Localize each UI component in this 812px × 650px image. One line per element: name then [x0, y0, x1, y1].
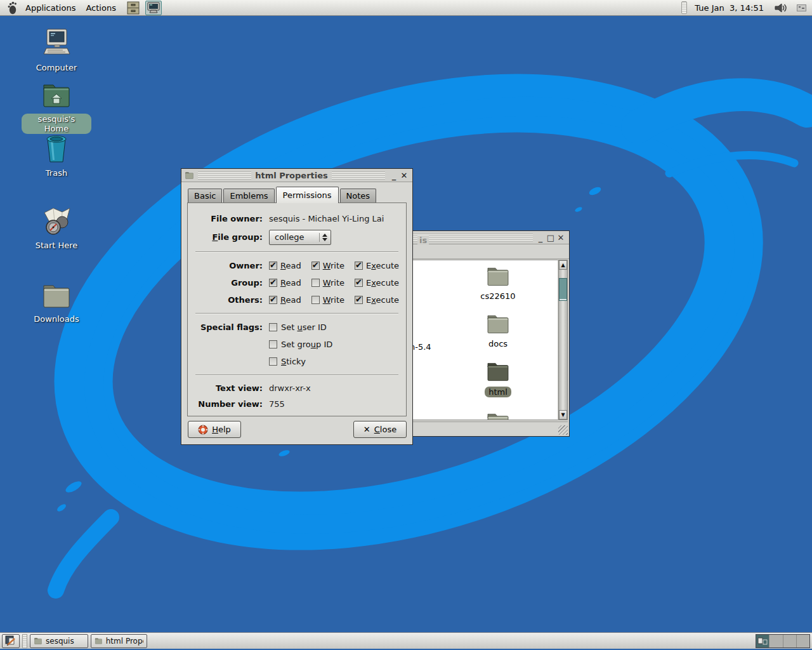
- gnome-foot-icon: [7, 1, 18, 15]
- tab-notes[interactable]: Notes: [340, 189, 377, 202]
- checkbox-others-execute[interactable]: [355, 296, 363, 304]
- menu-actions-label: Actions: [86, 3, 116, 13]
- tab-basic[interactable]: Basic: [188, 189, 222, 202]
- desktop-icon-downloads[interactable]: Downloads: [22, 282, 91, 324]
- desktop-icon-label: Downloads: [31, 314, 81, 324]
- help-button-label: Help: [212, 425, 231, 434]
- workspace-3[interactable]: [783, 635, 797, 647]
- status-applet-icon: [797, 4, 806, 11]
- top-panel: Applications Actions Tue Jan 3, 14:51: [0, 0, 812, 16]
- file-window-title-stripes: is: [400, 234, 533, 242]
- separator: [195, 313, 398, 314]
- text-view-row: Text view: drwxr-xr-x: [188, 380, 406, 396]
- folder-item-partial[interactable]: [460, 411, 536, 420]
- checkbox-group-execute[interactable]: [355, 279, 363, 287]
- write-label: Write: [323, 261, 344, 270]
- tab-permissions[interactable]: Permissions: [276, 187, 339, 203]
- menu-applications[interactable]: Applications: [20, 0, 81, 15]
- scroll-up-button[interactable]: ▲: [559, 260, 567, 270]
- special-flags-label: Special flags:: [188, 319, 263, 332]
- set-user-id-label: Set user ID: [281, 322, 327, 332]
- checkbox-owner-read[interactable]: [269, 262, 277, 270]
- desktop-icon-home[interactable]: sesquis's Home: [22, 82, 91, 134]
- file-group-combobox[interactable]: college: [269, 230, 331, 245]
- file-window-statusbar: [395, 421, 568, 435]
- minimize-button[interactable]: _: [535, 232, 546, 244]
- checkbox-others-read[interactable]: [269, 296, 277, 304]
- checkbox-group-write[interactable]: [311, 279, 320, 287]
- folder-item-cs22610[interactable]: cs22610: [460, 265, 536, 301]
- screenshot-launcher[interactable]: [145, 1, 162, 15]
- maximize-button[interactable]: □: [546, 232, 556, 244]
- menu-actions[interactable]: Actions: [81, 0, 121, 15]
- volume-applet[interactable]: [773, 1, 789, 15]
- checkbox-sticky[interactable]: [269, 357, 277, 366]
- scroll-down-button[interactable]: ▼: [559, 410, 567, 420]
- resize-grip[interactable]: [558, 425, 568, 435]
- file-owner-value: sesquis - Michael Yi-Ling Lai: [269, 214, 406, 223]
- number-view-label: Number view:: [188, 399, 263, 409]
- workspace-1[interactable]: [756, 635, 769, 647]
- close-button[interactable]: ✕ Close: [353, 421, 407, 438]
- checkbox-set-user-id[interactable]: [269, 323, 277, 331]
- file-manager-window: is _ □ ✕ cs22610 docs: [393, 230, 570, 437]
- folder-item-label: html: [485, 387, 511, 397]
- checkbox-others-write[interactable]: [311, 296, 320, 304]
- close-button[interactable]: ✕: [556, 232, 566, 244]
- dialog-tabs: Basic Emblems Permissions Notes: [181, 187, 412, 202]
- file-group-selected-value: college: [275, 232, 319, 242]
- task-button-sesquis[interactable]: sesquis: [30, 634, 88, 648]
- file-window-titlebar[interactable]: is _ □ ✕: [394, 231, 569, 244]
- close-x-icon: ✕: [363, 425, 370, 434]
- task-button-html-properties[interactable]: html Prope: [91, 634, 147, 648]
- titlebar-stripes: [198, 171, 251, 180]
- folder-item-docs[interactable]: docs: [460, 313, 536, 348]
- clock-applet[interactable]: Tue Jan 3, 14:51: [690, 3, 769, 13]
- tasklist-drag-handle[interactable]: [22, 634, 27, 648]
- folder-icon: [485, 265, 511, 288]
- lifebuoy-icon: [198, 425, 208, 435]
- file-group-row: File group: college: [188, 227, 406, 247]
- desktop-icon-label: Trash: [43, 168, 70, 178]
- desktop-icon-trash[interactable]: Trash: [22, 134, 91, 178]
- desktop-icon-label: Start Here: [33, 241, 81, 250]
- folder-icon: [485, 411, 511, 420]
- file-window-content[interactable]: cs22610 docs html n-5.4: [395, 260, 558, 420]
- desktop-icon-label: Computer: [34, 63, 80, 72]
- owner-label: Owner:: [188, 261, 263, 270]
- folder-icon: [485, 313, 511, 336]
- checkbox-group-read[interactable]: [269, 279, 277, 287]
- checkbox-set-group-id[interactable]: [269, 340, 277, 348]
- combo-divider: [319, 233, 320, 242]
- checkbox-owner-write[interactable]: [311, 262, 320, 270]
- others-permissions-row: Others: Read Write Execute: [188, 291, 406, 308]
- main-menu-button[interactable]: [4, 1, 20, 15]
- show-desktop-button[interactable]: [2, 634, 20, 648]
- tab-emblems[interactable]: Emblems: [223, 189, 274, 202]
- desktop-icon-start-here[interactable]: Start Here: [22, 206, 91, 250]
- help-button[interactable]: Help: [188, 421, 241, 438]
- scrollbar-thumb[interactable]: [559, 278, 567, 301]
- desktop-icon-computer[interactable]: Computer: [22, 29, 91, 72]
- folder-item-label: docs: [486, 339, 510, 348]
- status-applet[interactable]: [793, 1, 809, 15]
- last-changed-row: Last changed: unknown: [188, 412, 406, 416]
- computer-icon: [41, 29, 72, 59]
- read-label: Read: [280, 295, 301, 305]
- workspace-4[interactable]: [797, 635, 809, 647]
- dialog-title: html Properties: [255, 171, 328, 180]
- checkbox-owner-execute[interactable]: [355, 262, 363, 270]
- vertical-scrollbar[interactable]: ▲ ▼: [558, 260, 568, 420]
- close-button[interactable]: ✕: [399, 169, 409, 182]
- file-window-toolbar: [394, 244, 569, 259]
- file-window-title-fragment: is: [417, 235, 429, 245]
- panel-drag-handle[interactable]: [681, 1, 687, 14]
- file-manager-launcher[interactable]: [125, 1, 141, 15]
- text-view-value: drwxr-xr-x: [269, 383, 406, 393]
- owner-permissions-row: Owner: Read Write Execute: [188, 257, 406, 274]
- workspace-2[interactable]: [769, 635, 783, 647]
- dialog-titlebar[interactable]: html Properties _ ✕: [181, 169, 412, 182]
- minimize-button[interactable]: _: [389, 169, 399, 182]
- folder-item-html[interactable]: html: [460, 361, 536, 397]
- folder-icon: [41, 282, 72, 310]
